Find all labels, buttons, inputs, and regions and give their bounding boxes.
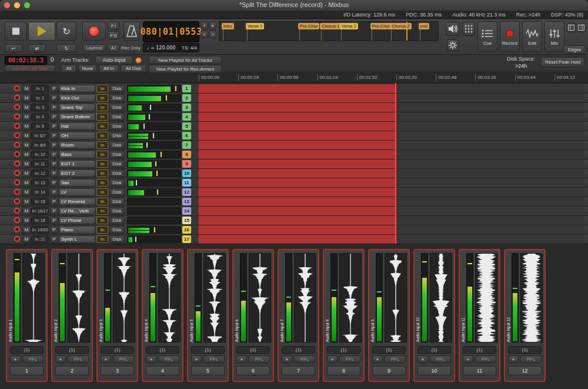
nudge-x-button[interactable]: x: [209, 22, 216, 29]
track-lane[interactable]: [192, 84, 584, 93]
strip-add-button[interactable]: +: [191, 355, 202, 363]
recorded-region[interactable]: [198, 225, 397, 234]
playlist-button[interactable]: P: [50, 85, 58, 92]
playlist-button[interactable]: P: [50, 160, 58, 168]
track-name[interactable]: Kick In: [59, 85, 95, 92]
disk-monitor-button[interactable]: Disk: [109, 94, 125, 102]
record-arm-button[interactable]: [14, 142, 20, 148]
strip-pfl-button[interactable]: PFL: [385, 355, 406, 363]
strip-output-button[interactable]: (1): [101, 346, 134, 354]
primary-clock[interactable]: 080|01|0553: [143, 21, 199, 42]
input-monitor-button[interactable]: In: [96, 188, 108, 196]
strip-add-button[interactable]: +: [10, 355, 21, 363]
recorded-region[interactable]: [198, 178, 397, 187]
mute-button[interactable]: M: [22, 217, 31, 224]
recorded-region[interactable]: [198, 131, 397, 140]
track-lane[interactable]: [192, 131, 584, 140]
playlist-button[interactable]: P: [50, 132, 58, 139]
disk-monitor-button[interactable]: Disk: [109, 188, 125, 196]
playlist-button[interactable]: P: [50, 217, 58, 224]
disk-monitor-button[interactable]: Disk: [109, 132, 125, 139]
strip-pfl-button[interactable]: PFL: [22, 355, 44, 363]
disk-monitor-button[interactable]: Disk: [109, 113, 125, 121]
record-arm-button[interactable]: [14, 179, 20, 185]
strip-add-button[interactable]: +: [236, 355, 247, 363]
disk-monitor-button[interactable]: Disk: [109, 160, 125, 168]
marker-tag[interactable]: end: [419, 23, 430, 29]
strip-add-button[interactable]: +: [508, 355, 519, 363]
loop-range-button[interactable]: ↻: [56, 44, 76, 52]
track-name[interactable]: Room: [59, 141, 95, 149]
track-name[interactable]: Hat: [59, 122, 95, 130]
disk-monitor-button[interactable]: Disk: [109, 226, 125, 234]
strip-output-button[interactable]: (1): [236, 346, 270, 354]
mute-button[interactable]: M: [22, 235, 31, 243]
track-lane[interactable]: [192, 112, 584, 121]
input-monitor-button[interactable]: In: [96, 169, 108, 177]
strip-pfl-button[interactable]: PFL: [475, 355, 496, 363]
record-arm-button[interactable]: [14, 208, 20, 214]
strip-pfl-button[interactable]: PFL: [68, 355, 89, 363]
input-monitor-button[interactable]: In: [96, 122, 108, 130]
strip-add-button[interactable]: +: [146, 355, 156, 363]
mute-button[interactable]: M: [22, 122, 31, 130]
discard-last-take-button[interactable]: Discard Last Take: [5, 65, 55, 72]
playlist-button[interactable]: P: [50, 141, 58, 149]
track-name[interactable]: LV Phone: [59, 217, 95, 224]
record-arm-button[interactable]: [14, 151, 20, 157]
track-lane[interactable]: [192, 103, 584, 112]
recorded-region[interactable]: [198, 207, 397, 215]
undo-button[interactable]: ↩: [5, 44, 22, 52]
pane-layout-left-button[interactable]: [567, 23, 576, 32]
playlist-button[interactable]: P: [50, 226, 58, 234]
input-monitor-button[interactable]: In: [96, 226, 108, 234]
record-arm-button[interactable]: [14, 114, 20, 119]
tempo-display[interactable]: ♩ = 120.000: [143, 43, 179, 52]
recorded-region[interactable]: [198, 141, 397, 149]
strip-add-button[interactable]: +: [327, 355, 338, 363]
strip-pfl-button[interactable]: PFL: [203, 355, 225, 363]
track-name[interactable]: Snare Top: [59, 104, 95, 111]
strip-output-button[interactable]: (1): [55, 346, 89, 354]
strip-pfl-button[interactable]: PFL: [520, 355, 542, 363]
marker-tag[interactable]: Pre-Chor: [370, 23, 392, 29]
track-name[interactable]: Bass: [59, 151, 95, 158]
edit-page-button[interactable]: Edit: [522, 21, 542, 52]
arm-indicator[interactable]: [135, 57, 142, 64]
marker-tag[interactable]: Verse 2: [340, 23, 358, 29]
track-name[interactable]: LV Re... Verb: [59, 207, 95, 215]
transition-button[interactable]: ⇄: [28, 44, 46, 52]
input-monitor-button[interactable]: In: [96, 217, 108, 224]
playlist-button[interactable]: P: [50, 179, 58, 187]
recorded-region[interactable]: [198, 159, 397, 168]
time-signature-display[interactable]: TS: 4/4: [179, 43, 199, 52]
strip-pfl-button[interactable]: PFL: [339, 355, 360, 363]
all-disk-button[interactable]: All Disk: [121, 65, 146, 72]
strip-output-button[interactable]: (1): [146, 346, 179, 354]
monitor-settings-button[interactable]: [447, 39, 459, 51]
monitor-grid-button[interactable]: [462, 22, 475, 36]
record-arm-button[interactable]: [14, 95, 20, 101]
track-lane[interactable]: [192, 197, 584, 206]
record-arm-button[interactable]: [14, 170, 20, 176]
track-name[interactable]: Kick Out: [59, 94, 95, 102]
input-monitor-button[interactable]: In: [96, 151, 108, 158]
recorded-region[interactable]: [198, 84, 397, 93]
track-lane[interactable]: [192, 94, 584, 102]
new-playlist-armed-button[interactable]: New Playlist for Rec-Armed: [149, 65, 222, 73]
input-monitor-button[interactable]: In: [96, 160, 108, 168]
record-arm-button[interactable]: [14, 123, 20, 129]
marker-minimap[interactable]: IntroVerse 1Pre-ChorChorus 1Verse 2Pre-C…: [219, 21, 439, 41]
disk-monitor-button[interactable]: Disk: [109, 207, 125, 215]
new-playlist-all-button[interactable]: New Playlist for All Tracks: [149, 56, 222, 64]
track-name[interactable]: Synth L: [59, 235, 95, 243]
record-arm-button[interactable]: [14, 217, 20, 223]
strip-pfl-button[interactable]: PFL: [113, 355, 134, 363]
record-arm-button[interactable]: [14, 104, 20, 110]
mute-button[interactable]: M: [22, 151, 31, 158]
pane-layout-right-button[interactable]: [577, 23, 586, 32]
record-arm-button[interactable]: [14, 161, 20, 167]
monitor-speaker-button[interactable]: [446, 22, 460, 36]
strip-output-button[interactable]: (1): [372, 346, 406, 354]
playlist-button[interactable]: P: [50, 235, 58, 243]
